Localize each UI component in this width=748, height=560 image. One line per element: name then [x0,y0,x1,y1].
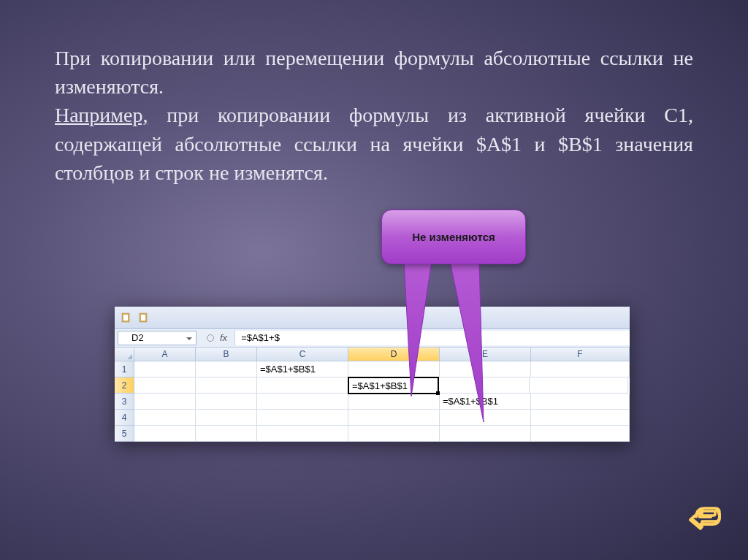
row-header-3[interactable]: 3 [115,394,134,410]
cell-B3[interactable] [196,394,257,410]
cell-B2[interactable] [196,377,257,394]
cell-A3[interactable] [134,394,196,410]
row-4: 4 [115,410,630,426]
return-arrow-icon [687,502,722,532]
select-all-corner[interactable] [115,348,134,361]
excel-ribbon-strip [115,307,630,329]
svg-rect-1 [123,315,128,321]
cell-A1[interactable] [134,361,196,377]
row-header-4[interactable]: 4 [115,410,134,426]
cell-F4[interactable] [531,410,630,426]
svg-rect-3 [141,315,145,321]
cancel-icon[interactable] [207,334,214,342]
callout-tail-1 [397,261,440,400]
cell-C5[interactable] [257,426,348,442]
cell-C4[interactable] [257,410,348,426]
column-headers: A B C D E F [115,348,630,361]
row-1: 1 =$A$1+$B$1 [115,361,630,377]
cell-A4[interactable] [134,410,196,426]
cell-C1[interactable]: =$A$1+$B$1 [257,361,348,377]
callout-text: Не изменяются [412,231,495,243]
col-header-F[interactable]: F [531,348,630,361]
col-header-B[interactable]: B [196,348,257,361]
name-box-value: D2 [131,332,144,343]
slide-body-text: При копировании или перемещении формулы … [0,0,748,187]
cell-D5[interactable] [348,426,440,442]
paragraph-1: При копировании или перемещении формулы … [55,47,693,98]
callout-bubble: Не изменяются [381,210,526,264]
cell-F2[interactable] [530,377,628,394]
cell-B4[interactable] [196,410,257,426]
paste-icon [121,312,131,323]
row-5: 5 [115,426,630,442]
spreadsheet-grid: A B C D E F 1 =$A$1+$B$1 2 =$A$1+$B$1 [115,348,630,442]
cell-F3[interactable] [531,394,630,410]
excel-screenshot: D2 fx =$A$1+$ A B C D E F 1 =$A$1+$B$1 [115,307,630,442]
cell-C2[interactable] [257,377,348,394]
formula-bar: D2 fx =$A$1+$ [115,329,630,348]
return-button[interactable] [687,502,722,534]
cell-F1[interactable] [531,361,630,377]
formula-bar-buttons: fx [199,332,234,343]
callout-tail-2 [437,261,495,426]
cell-B1[interactable] [196,361,257,377]
paste-dropdown-icon [138,312,148,323]
cell-E5[interactable] [440,426,531,442]
cell-A2[interactable] [134,377,196,394]
paragraph-2-rest: при копировании формулы из активной ячей… [55,104,693,183]
cell-A5[interactable] [134,426,196,442]
cell-C3[interactable] [257,394,348,410]
fx-icon[interactable]: fx [220,332,227,343]
col-header-C[interactable]: C [257,348,348,361]
cell-B5[interactable] [196,426,257,442]
cell-F5[interactable] [531,426,630,442]
row-header-1[interactable]: 1 [115,361,134,377]
row-3: 3 =$A$1+$B$1 [115,394,630,410]
cell-D4[interactable] [348,410,440,426]
row-2: 2 =$A$1+$B$1 [115,377,630,394]
name-box[interactable]: D2 [118,331,196,345]
row-header-2[interactable]: 2 [115,377,134,394]
paragraph-2-prefix: Например, [55,104,148,126]
row-header-5[interactable]: 5 [115,426,134,442]
col-header-A[interactable]: A [134,348,196,361]
formula-input-value: =$A$1+$ [241,332,280,343]
